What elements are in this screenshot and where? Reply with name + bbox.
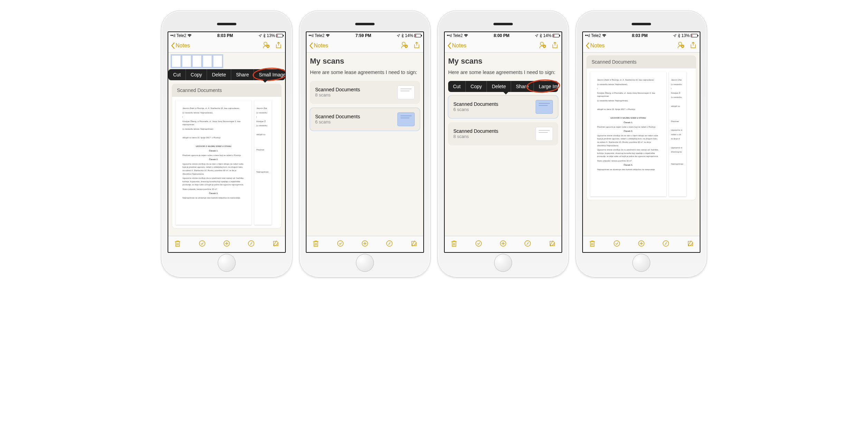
carrier-label: Tele2 (591, 33, 601, 38)
share-button[interactable] (551, 41, 559, 50)
nav-bar: Notes (583, 39, 700, 53)
trash-button[interactable] (312, 240, 320, 249)
context-cut[interactable]: Cut (448, 81, 466, 92)
context-copy[interactable]: Copy (466, 81, 487, 92)
attachment-title: Scanned Documents (172, 84, 282, 97)
scan-attachment-card[interactable]: Scanned Documents 6 scans (310, 108, 420, 131)
wifi-icon (464, 34, 468, 37)
svg-point-5 (402, 42, 405, 45)
carrier-label: Tele2 (453, 33, 463, 38)
battery-indicator: 13% (681, 33, 698, 38)
share-button[interactable] (689, 41, 697, 50)
attachment-body[interactable]: Jasmin Zlatić iz Rovinja, ul. A. Starčev… (586, 68, 696, 200)
page-thumbnail[interactable] (203, 55, 212, 67)
toolbar (583, 236, 700, 252)
battery-indicator: 14% (543, 33, 559, 38)
context-share[interactable]: Share (231, 69, 254, 80)
draw-button[interactable] (247, 240, 255, 249)
page-thumbnail[interactable] (213, 55, 222, 67)
add-button[interactable] (638, 240, 645, 249)
card-title: Scanned Documents (453, 101, 498, 107)
checklist-button[interactable] (198, 240, 206, 249)
screen: ••ıl Tele2 8:03 PM 13% (168, 31, 286, 253)
collaborate-button[interactable] (539, 41, 546, 50)
compose-button[interactable] (548, 240, 556, 249)
doc-thumb-icon (536, 127, 553, 141)
back-button[interactable]: Notes (586, 43, 605, 49)
note-body[interactable]: My scans Here are some lease agreements … (306, 53, 423, 236)
back-button[interactable]: Notes (309, 43, 328, 49)
context-menu: Cut Copy Delete Share Small Images (168, 69, 285, 80)
screen: ••ıl Tele2 8:00 PM 14% Notes My scans (444, 31, 562, 253)
trash-button[interactable] (450, 240, 458, 249)
scanned-page: Jasmin Zlatić iz Rovinja, ul. A. Starčev… (590, 72, 666, 196)
scan-attachment-card[interactable]: Scanned Documents 8 scans (310, 81, 420, 104)
bluetooth-icon (401, 34, 404, 38)
note-body[interactable]: My scans Here are some lease agreements … (445, 53, 562, 236)
signal-icon: ••ıl (309, 33, 313, 38)
draw-button[interactable] (386, 240, 393, 249)
nav-bar: Notes (168, 39, 285, 53)
collaborate-button[interactable] (400, 41, 408, 50)
note-text: Here are some lease agreements I need to… (310, 69, 420, 76)
scan-attachment-card[interactable]: Scanned Documents 6 scans (448, 95, 558, 118)
location-icon (535, 34, 538, 37)
status-bar: ••ıl Tele2 7:59 PM 14% (306, 32, 423, 39)
nav-bar: Notes (445, 39, 562, 53)
share-button[interactable] (413, 41, 421, 50)
location-icon (397, 34, 400, 37)
scanned-page: Jasmin Zlatić iz Rovinja, ul. A. Starčev… (176, 100, 252, 225)
signal-icon: ••ıl (170, 33, 175, 38)
context-delete[interactable]: Delete (207, 69, 231, 80)
attachment-title: Scanned Documents (586, 55, 696, 68)
status-bar: ••ıl Tele2 8:03 PM 13% (583, 32, 700, 39)
note-text: Here are some lease agreements I need to… (448, 69, 558, 76)
note-body: Scanned Documents Jasmin Zlatić iz Rovin… (583, 53, 700, 236)
page-thumbnail[interactable] (182, 55, 191, 67)
doc-thumb-icon (536, 100, 553, 114)
scanned-page-partial: Jasmin Zlat(u nastavkuiKristijan Ž(u nas… (669, 72, 686, 196)
context-share[interactable]: Share (511, 81, 534, 92)
status-bar: ••ıl Tele2 8:03 PM 13% (168, 32, 285, 39)
draw-button[interactable] (662, 240, 670, 249)
compose-button[interactable] (272, 240, 280, 249)
bluetooth-icon (263, 34, 266, 38)
svg-point-12 (476, 241, 482, 247)
checklist-button[interactable] (475, 240, 482, 249)
phone-frame: ••ıl Tele2 7:59 PM 14% Notes My scans (299, 10, 431, 277)
add-button[interactable] (499, 240, 507, 249)
attachment-body[interactable]: Jasmin Zlatić iz Rovinja, ul. A. Starčev… (172, 97, 282, 229)
compose-button[interactable] (410, 240, 418, 249)
signal-icon: ••ıl (585, 33, 590, 38)
share-button[interactable] (275, 41, 282, 50)
wifi-icon (326, 34, 330, 37)
back-button[interactable]: Notes (171, 43, 190, 49)
context-copy[interactable]: Copy (186, 69, 207, 80)
add-button[interactable] (223, 240, 230, 249)
phone-frame: ••ıl Tele2 8:00 PM 14% Notes My scans (437, 10, 569, 277)
checklist-button[interactable] (613, 240, 621, 249)
collaborate-button[interactable] (677, 41, 685, 50)
context-cut[interactable]: Cut (168, 69, 186, 80)
status-time: 8:03 PM (217, 33, 233, 38)
context-large-images[interactable]: Large Images (534, 81, 562, 92)
scan-attachment-card[interactable]: Scanned Documents 8 scans (448, 122, 558, 145)
draw-button[interactable] (524, 240, 531, 249)
collaborate-button[interactable] (262, 41, 270, 50)
card-subtitle: 8 scans (315, 92, 360, 98)
checklist-button[interactable] (337, 240, 344, 249)
add-button[interactable] (361, 240, 369, 249)
card-title: Scanned Documents (315, 87, 360, 92)
back-button[interactable]: Notes (447, 43, 466, 49)
trash-button[interactable] (174, 240, 181, 249)
page-thumbnail[interactable] (192, 55, 201, 67)
page-thumbnail[interactable] (172, 55, 181, 67)
context-delete[interactable]: Delete (487, 81, 511, 92)
svg-point-15 (679, 42, 682, 45)
context-small-images[interactable]: Small Images (254, 69, 285, 80)
status-time: 7:59 PM (356, 33, 371, 38)
compose-button[interactable] (687, 240, 694, 249)
svg-point-0 (264, 42, 267, 45)
trash-button[interactable] (588, 240, 596, 249)
note-title: My scans (310, 57, 420, 66)
